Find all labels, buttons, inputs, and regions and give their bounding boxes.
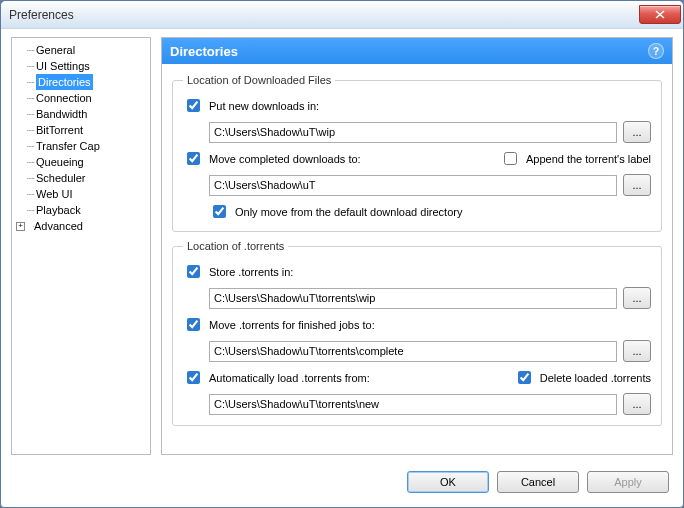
input-auto-load-path[interactable] <box>209 394 617 415</box>
browse-auto-load[interactable]: ... <box>623 393 651 415</box>
browse-move-finished[interactable]: ... <box>623 340 651 362</box>
label-store-torrents: Store .torrents in: <box>209 266 293 278</box>
sidebar-item-bittorrent[interactable]: ·····BitTorrent <box>14 122 148 138</box>
input-put-new-path[interactable] <box>209 122 617 143</box>
panel-title: Directories <box>170 44 238 59</box>
check-move-finished[interactable] <box>187 318 200 331</box>
browse-move-completed[interactable]: ... <box>623 174 651 196</box>
sidebar-item-ui-settings[interactable]: ·····UI Settings <box>14 58 148 74</box>
label-append-label: Append the torrent's label <box>526 153 651 165</box>
input-store-torrents-path[interactable] <box>209 288 617 309</box>
apply-button[interactable]: Apply <box>587 471 669 493</box>
ok-button[interactable]: OK <box>407 471 489 493</box>
label-put-new-downloads: Put new downloads in: <box>209 100 319 112</box>
check-append-label[interactable] <box>504 152 517 165</box>
input-move-finished-path[interactable] <box>209 341 617 362</box>
check-delete-loaded[interactable] <box>518 371 531 384</box>
label-move-completed: Move completed downloads to: <box>209 153 361 165</box>
content-panel: Directories ? Location of Downloaded Fil… <box>161 37 673 455</box>
browse-store-torrents[interactable]: ... <box>623 287 651 309</box>
close-icon <box>655 10 665 19</box>
label-auto-load: Automatically load .torrents from: <box>209 372 370 384</box>
sidebar-item-transfer-cap[interactable]: ·····Transfer Cap <box>14 138 148 154</box>
legend-torrents-location: Location of .torrents <box>183 240 288 252</box>
label-delete-loaded: Delete loaded .torrents <box>540 372 651 384</box>
check-auto-load[interactable] <box>187 371 200 384</box>
input-move-completed-path[interactable] <box>209 175 617 196</box>
sidebar-item-playback[interactable]: ·····Playback <box>14 202 148 218</box>
expand-icon[interactable]: + <box>16 222 25 231</box>
sidebar-item-bandwidth[interactable]: ·····Bandwidth <box>14 106 148 122</box>
check-store-torrents[interactable] <box>187 265 200 278</box>
cancel-button[interactable]: Cancel <box>497 471 579 493</box>
check-put-new-downloads[interactable] <box>187 99 200 112</box>
sidebar-item-advanced[interactable]: +·Advanced <box>14 218 148 234</box>
sidebar-item-scheduler[interactable]: ·····Scheduler <box>14 170 148 186</box>
window-title: Preferences <box>9 8 639 22</box>
titlebar: Preferences <box>1 1 683 29</box>
sidebar: ·····General ·····UI Settings ·····Direc… <box>11 37 151 455</box>
label-only-move-default: Only move from the default download dire… <box>235 206 462 218</box>
check-only-move-default[interactable] <box>213 205 226 218</box>
close-button[interactable] <box>639 5 681 24</box>
preferences-window: Preferences ·····General ·····UI Setting… <box>0 0 684 508</box>
label-move-finished: Move .torrents for finished jobs to: <box>209 319 375 331</box>
footer: OK Cancel Apply <box>1 461 683 503</box>
help-icon[interactable]: ? <box>648 43 664 59</box>
sidebar-item-connection[interactable]: ·····Connection <box>14 90 148 106</box>
legend-downloaded-files: Location of Downloaded Files <box>183 74 335 86</box>
fieldset-torrents-location: Location of .torrents Store .torrents in… <box>172 240 662 426</box>
browse-put-new[interactable]: ... <box>623 121 651 143</box>
sidebar-item-web-ui[interactable]: ·····Web UI <box>14 186 148 202</box>
fieldset-downloaded-files: Location of Downloaded Files Put new dow… <box>172 74 662 232</box>
sidebar-item-queueing[interactable]: ·····Queueing <box>14 154 148 170</box>
sidebar-item-directories[interactable]: ·····Directories <box>14 74 148 90</box>
sidebar-item-general[interactable]: ·····General <box>14 42 148 58</box>
check-move-completed[interactable] <box>187 152 200 165</box>
panel-header: Directories ? <box>162 38 672 64</box>
